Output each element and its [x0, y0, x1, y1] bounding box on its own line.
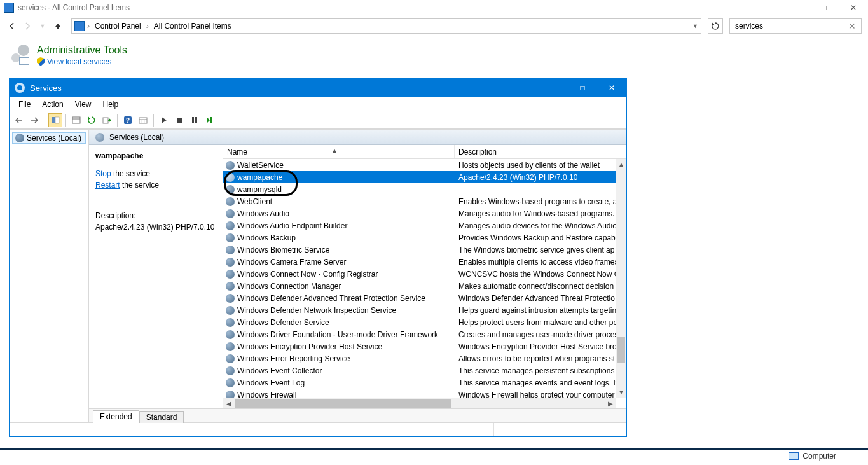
tab-extended[interactable]: Extended: [93, 410, 139, 423]
service-row[interactable]: Windows AudioManages audio for Windows-b…: [223, 207, 626, 219]
toolbar-properties-icon[interactable]: [69, 113, 83, 127]
service-desc-cell: The Windows biometric service gives clie…: [458, 246, 614, 254]
system-tray[interactable]: Computer: [789, 450, 836, 462]
toolbar-restart-service-icon[interactable]: [203, 113, 217, 127]
services-statusbar: [10, 422, 626, 436]
search-input[interactable]: [734, 21, 847, 31]
scroll-thumb[interactable]: [617, 337, 625, 363]
service-row[interactable]: wampapacheApache/2.4.23 (Win32) PHP/7.0.…: [223, 171, 626, 183]
svg-rect-12: [192, 117, 194, 123]
services-menubar: File Action View Help: [10, 97, 626, 111]
service-row[interactable]: Windows Audio Endpoint BuilderManages au…: [223, 219, 626, 232]
service-row[interactable]: Windows Event LogThis service manages ev…: [223, 377, 626, 389]
service-name-cell: Windows Biometric Service: [237, 246, 329, 254]
view-local-services-link[interactable]: View local services: [47, 57, 111, 66]
service-row[interactable]: Windows Driver Foundation - User-mode Dr…: [223, 328, 626, 340]
service-desc-cell: Apache/2.4.23 (Win32) PHP/7.0.10: [458, 173, 577, 182]
menu-action[interactable]: Action: [37, 99, 68, 110]
explorer-maximize-button[interactable]: □: [809, 0, 839, 15]
services-view-tabs: Extended Standard: [89, 408, 626, 422]
service-row[interactable]: Windows Camera Frame ServerEnables multi…: [223, 256, 626, 268]
scroll-right-icon[interactable]: ▶: [605, 400, 616, 407]
service-row[interactable]: Windows Defender Network Inspection Serv…: [223, 304, 626, 316]
scroll-down-icon[interactable]: ▼: [616, 387, 626, 398]
scroll-thumb-h[interactable]: [235, 399, 451, 408]
service-row[interactable]: Windows Defender Advanced Threat Protect…: [223, 292, 626, 304]
service-row[interactable]: Windows Biometric ServiceThe Windows bio…: [223, 244, 626, 256]
service-row[interactable]: wampmysqld: [223, 183, 626, 195]
svg-rect-7: [139, 118, 147, 123]
description-label: Description:: [95, 211, 217, 220]
svg-rect-1: [55, 117, 59, 123]
explorer-minimize-button[interactable]: —: [780, 0, 809, 15]
explorer-window-title: services - All Control Panel Items: [18, 3, 130, 12]
stop-suffix: the service: [111, 169, 150, 178]
address-bar[interactable]: › Control Panel › All Control Panel Item…: [71, 18, 701, 34]
toolbar-stop-service-icon[interactable]: [172, 113, 186, 127]
description-value: Apache/2.4.23 (Win32) PHP/7.0.10: [95, 223, 217, 232]
tree-node-services-local[interactable]: Services (Local): [12, 132, 86, 144]
refresh-button[interactable]: [708, 18, 723, 34]
service-row[interactable]: WalletServiceHosts objects used by clien…: [223, 159, 626, 171]
service-row[interactable]: Windows Encryption Provider Host Service…: [223, 340, 626, 352]
service-gear-icon: [226, 258, 235, 267]
selected-service-name: wampapache: [95, 151, 217, 160]
taskbar: Computer: [0, 448, 868, 465]
services-titlebar[interactable]: Services — □ ✕: [10, 78, 626, 97]
breadcrumb-all-items[interactable]: All Control Panel Items: [151, 22, 234, 31]
toolbar-back-icon[interactable]: [12, 113, 26, 127]
toolbar-pause-service-icon[interactable]: [188, 113, 202, 127]
nav-up-button[interactable]: [52, 20, 64, 32]
services-maximize-button[interactable]: □: [568, 78, 597, 97]
search-box[interactable]: ✕: [729, 18, 862, 34]
nav-forward-button[interactable]: [22, 20, 33, 32]
svg-text:?: ?: [126, 117, 130, 124]
menu-file[interactable]: File: [13, 99, 36, 110]
service-row[interactable]: WebClientEnables Windows-based programs …: [223, 195, 626, 207]
horizontal-scrollbar[interactable]: ◀ ▶: [223, 398, 616, 408]
nav-recent-dropdown[interactable]: ▼: [37, 20, 48, 32]
breadcrumb-control-panel[interactable]: Control Panel: [92, 22, 144, 31]
service-name-cell: Windows Defender Network Inspection Serv…: [237, 306, 396, 315]
service-row[interactable]: Windows Defender ServiceHelps protect us…: [223, 316, 626, 328]
service-desc-cell: Manages audio devices for the Windows Au…: [458, 221, 617, 230]
services-minimize-button[interactable]: —: [539, 78, 568, 97]
svg-rect-2: [72, 117, 80, 123]
service-row[interactable]: Windows Connection ManagerMakes automati…: [223, 280, 626, 292]
menu-view[interactable]: View: [70, 99, 97, 110]
address-dropdown-icon[interactable]: ▼: [692, 23, 698, 29]
explorer-close-button[interactable]: ✕: [839, 0, 868, 15]
toolbar-refresh-icon[interactable]: [85, 113, 99, 127]
service-gear-icon: [226, 246, 235, 254]
search-clear-icon[interactable]: ✕: [847, 21, 857, 31]
nav-back-button[interactable]: [6, 20, 18, 32]
tab-standard[interactable]: Standard: [139, 411, 184, 423]
toolbar-calendar-icon[interactable]: [136, 113, 150, 127]
service-row[interactable]: Windows BackupProvides Windows Backup an…: [223, 232, 626, 244]
breadcrumb-sep-icon: ›: [146, 22, 149, 31]
services-rows-container: WalletServiceHosts objects used by clien…: [223, 159, 626, 408]
toolbar-start-service-icon[interactable]: [157, 113, 171, 127]
column-header-description[interactable]: Description: [455, 145, 626, 158]
column-header-name[interactable]: Name▲: [223, 145, 455, 158]
tray-label: Computer: [803, 452, 836, 461]
service-row[interactable]: Windows Connect Now - Config RegistrarWC…: [223, 268, 626, 280]
toolbar-help-icon[interactable]: ?: [121, 113, 135, 127]
service-row[interactable]: Windows Event CollectorThis service mana…: [223, 364, 626, 377]
vertical-scrollbar[interactable]: ▲ ▼: [616, 159, 626, 398]
service-desc-cell: Windows Defender Advanced Threat Protect…: [458, 294, 615, 303]
toolbar-export-icon[interactable]: [100, 113, 114, 127]
service-name-cell: Windows Encryption Provider Host Service: [237, 342, 382, 351]
toolbar-forward-icon[interactable]: [27, 113, 41, 127]
control-panel-icon: [4, 3, 14, 13]
services-app-icon: [15, 83, 25, 93]
toolbar-show-hide-icon[interactable]: [48, 113, 62, 127]
scroll-up-icon[interactable]: ▲: [616, 159, 626, 170]
service-row[interactable]: Windows Error Reporting ServiceAllows er…: [223, 352, 626, 364]
menu-help[interactable]: Help: [98, 99, 124, 110]
services-close-button[interactable]: ✕: [597, 78, 626, 97]
scroll-left-icon[interactable]: ◀: [223, 400, 234, 407]
stop-service-link[interactable]: Stop: [95, 169, 111, 178]
restart-service-link[interactable]: Restart: [95, 181, 120, 190]
services-node-icon: [15, 134, 24, 142]
